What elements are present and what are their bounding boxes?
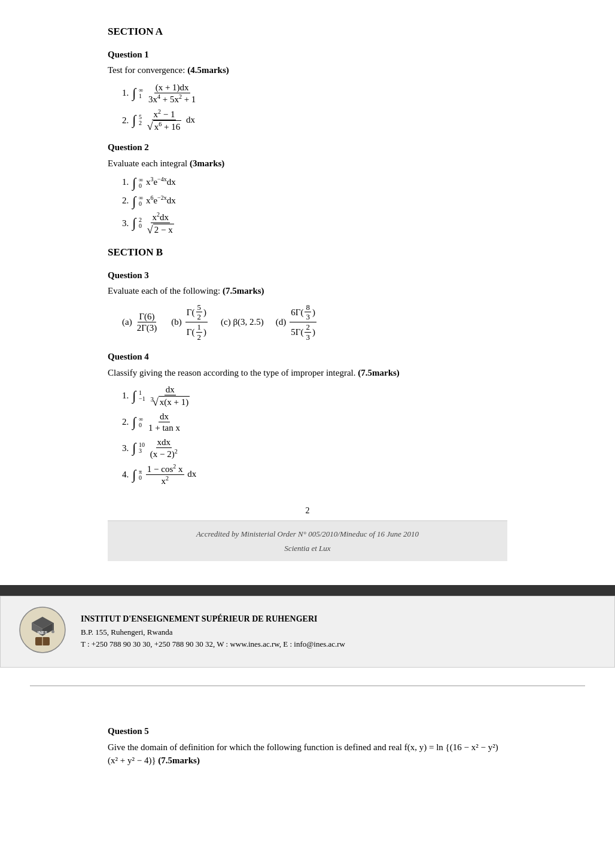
footer-line1: Accredited by Ministerial Order N° 005/2… [126,527,489,541]
question-4: Question 4 Classify giving the reason ac… [108,350,507,486]
q3-part-d: (d) 6Γ( 8 3 ) 5Γ [276,303,318,342]
institution-contact: T : +250 788 90 30 30, +250 788 90 30 32… [81,638,345,651]
footer: Accredited by Ministerial Order N° 005/2… [108,520,507,561]
q4-item-1: 1. ∫ 1 −1 dx 3 [122,384,507,407]
institution-address: B.P. 155, Ruhengeri, Rwanda [81,626,345,639]
institution-logo: INES [19,606,66,658]
question-1: Question 1 Test for convergence: (4.5mar… [108,48,507,133]
q1-item-1: 1. ∫ ∞ 1 (x + 1)dx 3x4 + 5x2 + 1 [122,82,507,105]
exam-page: SECTION A Question 1 Test for convergenc… [0,0,615,585]
q3-intro: Evaluate each of the following: (7.5mark… [108,284,507,298]
institution-header: INES INSTITUT D'ENSEIGNEMENT SUPÉRIEUR D… [0,596,615,668]
section-a-title: SECTION A [108,24,507,39]
q2-item-3: 3. ∫ 2 0 x2dx √ [122,211,507,235]
q3-part-a: (a) Γ(6) 2Γ(3) [122,311,159,333]
integral-symbol-1: ∫ [132,86,136,100]
svg-rect-4 [52,623,54,631]
q3-title: Question 3 [108,269,507,282]
page-divider [30,686,585,686]
question-3: Question 3 Evaluate each of the followin… [108,269,507,342]
question-5: Question 5 Give the domain of definition… [108,724,507,768]
q4-item-4: 4. ∫ π 0 1 − cos2 x x2 dx [122,463,507,486]
q4-list: 1. ∫ 1 −1 dx 3 [108,384,507,486]
section-a: SECTION A Question 1 Test for convergenc… [108,24,507,235]
q5-title: Question 5 [108,724,507,738]
dark-separator [0,585,615,596]
q3-part-b: (b) Γ( 5 2 ) Γ( [171,303,209,342]
q2-item-1: 1. ∫ ∞ 0 x3e−4xdx [122,175,507,190]
section-b: SECTION B Question 3 Evaluate each of th… [108,245,507,486]
section-b-title: SECTION B [108,245,507,260]
q1-intro: Test for convergence: (4.5marks) [108,63,507,77]
q2-item-2: 2. ∫ ∞ 0 x6e−2xdx [122,193,507,208]
q3-parts: (a) Γ(6) 2Γ(3) (b) Γ( [122,303,507,342]
q1-list: 1. ∫ ∞ 1 (x + 1)dx 3x4 + 5x2 + 1 [108,82,507,133]
q4-item-2: 2. ∫ ∞ 0 dx 1 + tan x [122,411,507,433]
page-number: 2 [108,504,507,517]
q1-item-2: 2. ∫ 5 2 x2 − 1 √ [122,108,507,133]
page: SECTION A Question 1 Test for convergenc… [0,0,615,868]
svg-point-5 [51,630,54,633]
q2-title: Question 2 [108,141,507,154]
q4-title: Question 4 [108,350,507,364]
footer-line2: Scientia et Lux [126,541,489,555]
institution-name: INSTITUT D'ENSEIGNEMENT SUPÉRIEUR DE RUH… [81,613,345,626]
q2-intro: Evaluate each integral (3marks) [108,157,507,170]
q4-intro: Classify giving the reason according to … [108,366,507,380]
institution-info: INSTITUT D'ENSEIGNEMENT SUPÉRIEUR DE RUH… [81,613,345,651]
question-2: Question 2 Evaluate each integral (3mark… [108,141,507,235]
q5-intro: Give the domain of definition for which … [108,741,507,768]
q3-part-c: (c) β(3, 2.5) [221,315,264,329]
svg-text:INES: INES [38,631,48,635]
second-page: Question 5 Give the domain of definition… [0,704,615,796]
q2-list: 1. ∫ ∞ 0 x3e−4xdx 2. ∫ [108,175,507,235]
q4-item-3: 3. ∫ 10 3 xdx (x − 2)2 [122,437,507,459]
q1-title: Question 1 [108,48,507,62]
integral-symbol-2: ∫ [132,112,136,127]
